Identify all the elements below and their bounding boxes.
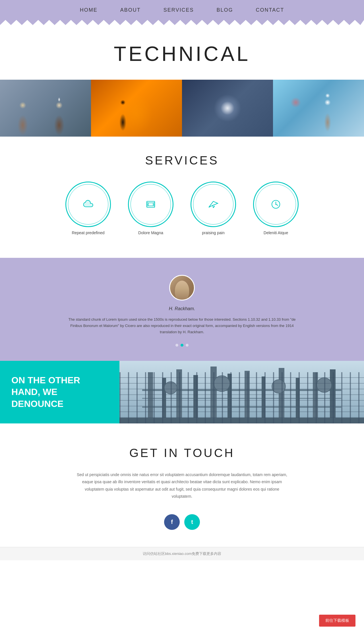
services-icons: Repeat predefined Dolore Magna xyxy=(0,182,364,235)
contact-section: GET IN TOUCH Sed ut perspiciatis unde om… xyxy=(0,423,364,547)
cta-left: ON THE OTHER HAND, WE DENOUNCE xyxy=(0,361,119,423)
svg-rect-30 xyxy=(142,389,341,391)
svg-rect-18 xyxy=(148,372,153,423)
main-nav: HOME ABOUT SERVICES BLOG CONTACT xyxy=(0,0,364,20)
service-item-2: praising pain xyxy=(191,182,236,235)
hero-title: TECHNICAL xyxy=(0,42,364,65)
svg-point-14 xyxy=(275,204,276,205)
svg-line-13 xyxy=(276,204,278,205)
cta-right xyxy=(119,361,364,423)
testimonial-dots xyxy=(11,344,353,347)
cta-banner: ON THE OTHER HAND, WE DENOUNCE xyxy=(0,361,364,423)
image-strip xyxy=(0,80,364,137)
svg-line-10 xyxy=(213,206,215,208)
contact-text: Sed ut perspiciatis unde omnis iste natu… xyxy=(74,471,290,500)
dot-2[interactable] xyxy=(186,344,189,347)
image-panel-2 xyxy=(91,80,182,137)
svg-marker-8 xyxy=(209,201,218,207)
watermark: 访问仿站社区bbs.xieniao.com免费下载更多内容 xyxy=(0,547,364,560)
image-panel-4 xyxy=(273,80,364,137)
testimonial-name: H. Rackham. xyxy=(11,306,353,311)
svg-rect-27 xyxy=(296,378,300,423)
twitter-button[interactable]: t xyxy=(184,514,200,530)
nav-blog[interactable]: BLOG xyxy=(217,7,233,13)
service-item-1: Dolore Magna xyxy=(128,182,173,235)
svg-rect-29 xyxy=(330,369,336,423)
services-heading: SERVICES xyxy=(0,154,364,167)
svg-rect-19 xyxy=(162,378,166,423)
cta-text: ON THE OTHER HAND, WE DENOUNCE xyxy=(11,374,108,410)
service-label-3: Deleniti Atque xyxy=(264,230,288,235)
svg-point-35 xyxy=(272,380,286,393)
svg-rect-20 xyxy=(176,369,182,423)
image-panel-1 xyxy=(0,80,91,137)
cloud-icon xyxy=(82,198,94,210)
industrial-svg xyxy=(119,361,364,423)
service-circle-2 xyxy=(191,182,236,227)
svg-rect-32 xyxy=(142,406,341,408)
svg-rect-31 xyxy=(142,398,341,399)
svg-rect-25 xyxy=(262,376,265,423)
service-item-0: Repeat predefined xyxy=(65,182,111,235)
hero-section: TECHNICAL xyxy=(0,25,364,80)
svg-rect-24 xyxy=(245,371,250,423)
svg-rect-26 xyxy=(279,368,284,423)
service-circle-0 xyxy=(65,182,111,227)
zigzag-divider xyxy=(0,20,364,25)
nav-contact[interactable]: CONTACT xyxy=(256,7,284,13)
svg-rect-21 xyxy=(193,375,198,423)
testimonial-text: The standard chunk of Lorem Ipsum used s… xyxy=(65,316,299,335)
svg-rect-28 xyxy=(313,372,318,423)
svg-point-11 xyxy=(272,200,280,208)
testimonial-section: H. Rackham. The standard chunk of Lorem … xyxy=(0,258,364,361)
social-icons: f t xyxy=(11,514,353,530)
film-icon xyxy=(145,198,157,210)
service-item-3: Deleniti Atque xyxy=(253,182,299,235)
nav-services[interactable]: SERVICES xyxy=(164,7,194,13)
dot-1[interactable] xyxy=(181,344,183,347)
service-label-0: Repeat predefined xyxy=(72,230,104,235)
svg-rect-0 xyxy=(147,201,155,207)
svg-point-36 xyxy=(317,378,332,392)
svg-rect-37 xyxy=(119,418,364,423)
contact-heading: GET IN TOUCH xyxy=(11,446,353,460)
svg-point-34 xyxy=(214,376,230,392)
service-circle-3 xyxy=(253,182,299,227)
svg-line-9 xyxy=(213,205,213,208)
facebook-button[interactable]: f xyxy=(164,514,180,530)
services-section: SERVICES Repeat predefined xyxy=(0,137,364,258)
svg-rect-17 xyxy=(119,361,364,423)
nav-about[interactable]: ABOUT xyxy=(120,7,141,13)
testimonial-avatar xyxy=(169,275,195,301)
dot-0[interactable] xyxy=(175,344,178,347)
service-label-2: praising pain xyxy=(202,230,224,235)
svg-rect-22 xyxy=(210,367,217,423)
watermark-text: 访问仿站社区bbs.xieniao.com免费下载更多内容 xyxy=(143,551,221,556)
svg-rect-1 xyxy=(148,203,153,206)
service-label-1: Dolore Magna xyxy=(138,230,163,235)
nav-home[interactable]: HOME xyxy=(80,7,98,13)
send-icon xyxy=(207,198,219,210)
service-circle-1 xyxy=(128,182,173,227)
image-panel-3 xyxy=(182,80,273,137)
svg-point-33 xyxy=(164,382,177,394)
svg-rect-23 xyxy=(228,374,232,423)
clock-icon xyxy=(270,198,282,210)
